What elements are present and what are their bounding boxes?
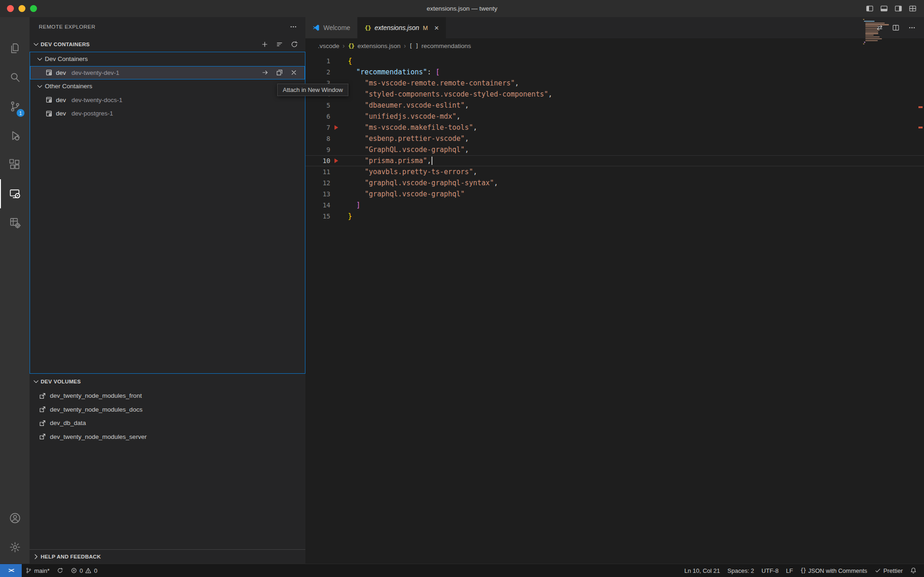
symbol-array-icon: [ ]	[409, 43, 419, 49]
activity-dev-containers[interactable]	[0, 208, 30, 237]
breadcrumb-symbol[interactable]: recommendations	[421, 43, 471, 49]
token: ,	[465, 101, 469, 109]
git-branch-icon	[25, 567, 32, 574]
container-item[interactable]: devdev-twenty-dev-1	[30, 66, 305, 80]
container-item[interactable]: devdev-postgres-1	[30, 107, 305, 121]
language-mode-status[interactable]: {} JSON with Comments	[796, 564, 871, 577]
line-number: 14	[305, 201, 330, 209]
breadcrumb-file[interactable]: extensions.json	[358, 43, 401, 49]
code-line[interactable]: 9 "GraphQL.vscode-graphql",	[305, 144, 924, 155]
token: "unifiedjs.vscode-mdx"	[365, 112, 456, 121]
code-line[interactable]: 10 "prisma.prisma",	[305, 155, 924, 166]
code-line[interactable]: 4 "styled-components.vscode-styled-compo…	[305, 89, 924, 100]
activity-remote-explorer[interactable]	[0, 179, 30, 208]
code-line[interactable]: 12 "graphql.vscode-graphql-syntax",	[305, 177, 924, 188]
formatter-status[interactable]: Prettier	[871, 564, 906, 577]
activity-explorer[interactable]	[0, 34, 30, 63]
dev-containers-section-header[interactable]: DEV CONTAINERS	[30, 36, 305, 52]
code-line[interactable]: 13 "graphql.vscode-graphql"	[305, 188, 924, 200]
indentation-status[interactable]: Spaces: 2	[724, 564, 758, 577]
sync-status[interactable]	[53, 564, 67, 577]
toggle-primary-sidebar-icon[interactable]	[866, 5, 874, 12]
minimap-line	[865, 23, 885, 24]
badge: 1	[17, 109, 24, 117]
volume-item[interactable]: dev_twenty_node_modules_server	[30, 430, 305, 444]
plus-icon[interactable]	[261, 41, 268, 48]
activity-search[interactable]	[0, 63, 30, 92]
status-bar: >< main* 0 0 Ln 10, Col 21 Spaces: 2 UTF…	[0, 564, 924, 577]
cursor-position-status[interactable]: Ln 10, Col 21	[681, 564, 723, 577]
tab-welcome[interactable]: Welcome	[305, 17, 358, 38]
encoding-status[interactable]: UTF-8	[758, 564, 782, 577]
collapse-list-icon[interactable]	[276, 41, 283, 48]
close-icon[interactable]: ×	[434, 24, 439, 32]
toggle-secondary-sidebar-icon[interactable]	[894, 5, 902, 12]
code-line[interactable]: 6 "unifiedjs.vscode-mdx",	[305, 111, 924, 122]
volume-item[interactable]: dev_twenty_node_modules_front	[30, 389, 305, 403]
eol-status[interactable]: LF	[782, 564, 796, 577]
problems-status[interactable]: 0 0	[67, 564, 101, 577]
line-number: 5	[305, 102, 330, 109]
activity-accounts[interactable]	[0, 504, 30, 533]
vscode-window: extensions.json — twenty 1 REMOTE EXPLOR…	[0, 0, 924, 577]
code-line[interactable]: 8 "esbenp.prettier-vscode",	[305, 133, 924, 144]
volume-item[interactable]: dev_db_data	[30, 416, 305, 430]
code-line[interactable]: 2 "recommendations": [	[305, 67, 924, 78]
maximize-button[interactable]	[30, 5, 37, 12]
overview-ruler-mark	[918, 106, 923, 108]
arrow-right-icon[interactable]	[261, 69, 269, 76]
token: ,	[473, 123, 477, 132]
help-feedback-section-header[interactable]: HELP AND FEEDBACK	[30, 549, 305, 564]
more-actions-icon[interactable]	[290, 23, 297, 30]
window-controls	[7, 0, 37, 17]
refresh-icon[interactable]	[291, 41, 298, 48]
container-name: dev-postgres-1	[72, 110, 113, 117]
code-line[interactable]: 11 "yoavbls.pretty-ts-errors",	[305, 166, 924, 177]
token	[348, 157, 365, 165]
notifications-status[interactable]	[906, 564, 920, 577]
token: ,	[465, 134, 469, 143]
code-line[interactable]: 1{	[305, 55, 924, 67]
activity-extensions[interactable]	[0, 150, 30, 179]
breadcrumb-folder[interactable]: .vscode	[318, 43, 340, 49]
close-button[interactable]	[7, 5, 14, 12]
volume-icon	[39, 406, 46, 413]
tab-extensions-json[interactable]: {} extensions.json M ×	[358, 17, 446, 38]
text-cursor	[432, 157, 432, 165]
toggle-panel-icon[interactable]	[880, 5, 888, 12]
token	[348, 134, 365, 143]
line-number: 12	[305, 179, 330, 187]
attach-window-icon[interactable]	[276, 69, 283, 76]
activity-run-debug[interactable]	[0, 121, 30, 150]
customize-layout-icon[interactable]	[909, 5, 917, 12]
tree-group[interactable]: Other Containers	[30, 79, 305, 93]
code-line[interactable]: 5 "dbaeumer.vscode-eslint",	[305, 100, 924, 111]
code-line[interactable]: 7 "ms-vscode.makefile-tools",	[305, 122, 924, 133]
activity-bar: 1	[0, 17, 30, 564]
code-line[interactable]: 14 ]	[305, 200, 924, 211]
activity-source-control[interactable]: 1	[0, 92, 30, 121]
branch-status[interactable]: main*	[22, 564, 53, 577]
tab-bar: Welcome {} extensions.json M ×	[305, 17, 924, 38]
remote-indicator[interactable]: ><	[0, 564, 22, 577]
tree-group[interactable]: Dev Containers	[30, 52, 305, 66]
code-line[interactable]: 3 "ms-vscode-remote.remote-containers",	[305, 78, 924, 89]
close-icon[interactable]	[290, 69, 298, 76]
bell-icon	[910, 567, 917, 574]
token: "yoavbls.pretty-ts-errors"	[365, 168, 473, 176]
breadcrumb-separator: ›	[404, 42, 406, 49]
volume-item[interactable]: dev_twenty_node_modules_docs	[30, 403, 305, 417]
code-text: "prisma.prisma",	[348, 157, 432, 165]
container-prefix: dev	[56, 69, 66, 76]
activity-settings[interactable]	[0, 533, 30, 562]
minimize-button[interactable]	[18, 5, 25, 12]
code-line[interactable]: 15}	[305, 211, 924, 222]
code-text: ]	[348, 201, 360, 209]
code-text: "ms-vscode.makefile-tools",	[348, 123, 477, 132]
code-editor[interactable]: 1{2 "recommendations": [3 "ms-vscode-rem…	[305, 53, 924, 564]
minimap-line	[863, 19, 864, 20]
token	[348, 68, 356, 76]
dev-volumes-section-header[interactable]: DEV VOLUMES	[30, 374, 305, 389]
container-item[interactable]: devdev-twenty-docs-1	[30, 93, 305, 107]
minimap[interactable]	[863, 19, 914, 45]
